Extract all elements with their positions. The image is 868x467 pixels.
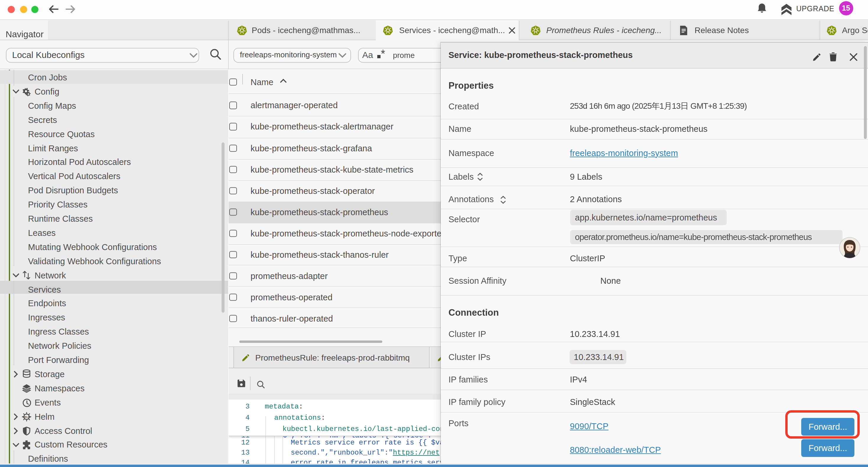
svg-text:*: *: [381, 49, 385, 59]
